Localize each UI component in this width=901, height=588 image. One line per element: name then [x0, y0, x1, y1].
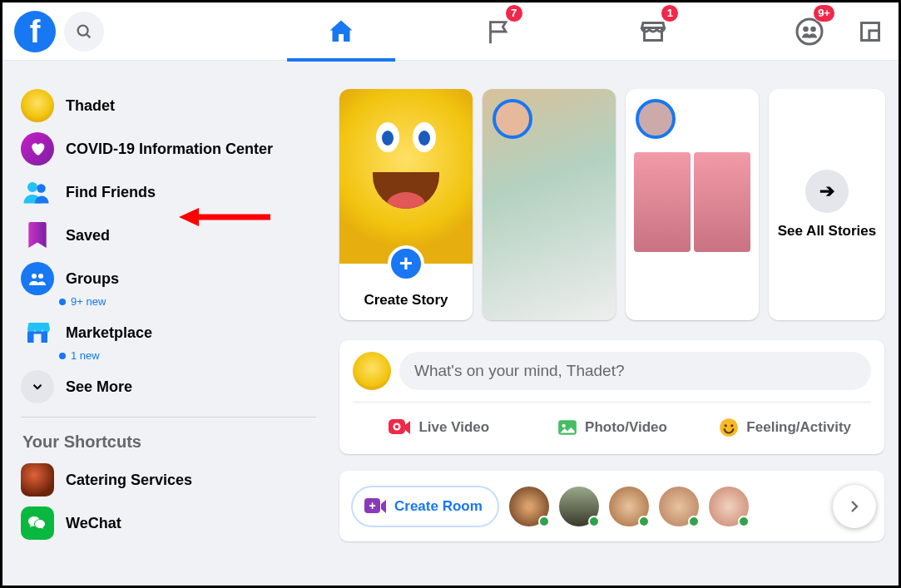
rooms-card: + Create Room: [339, 471, 884, 541]
chevron-down-icon: [21, 370, 54, 403]
live-label: Live Video: [418, 419, 489, 436]
contact-avatar[interactable]: [659, 487, 699, 526]
story-avatar: [636, 99, 676, 139]
sidebar-covid[interactable]: COVID-19 Information Center: [14, 127, 323, 170]
photo-video-button[interactable]: Photo/Video: [526, 409, 699, 446]
nav-home[interactable]: [319, 9, 364, 54]
smile-icon: [718, 417, 740, 438]
create-story-label: Create Story: [339, 292, 473, 309]
live-video-button[interactable]: Live Video: [353, 409, 526, 446]
svg-point-4: [803, 26, 809, 32]
see-all-label: See All Stories: [778, 223, 876, 240]
badge-marketplace: 1: [661, 4, 679, 22]
sidebar-profile[interactable]: Thadet: [14, 84, 323, 127]
badge-watch: 7: [505, 4, 523, 22]
contact-avatar[interactable]: [559, 487, 599, 526]
find-friends-label: Find Friends: [66, 184, 156, 201]
svg-line-1: [87, 34, 90, 37]
svg-point-5: [810, 26, 816, 32]
smiley-image: [339, 89, 473, 264]
svg-rect-7: [869, 30, 879, 40]
saved-label: Saved: [66, 227, 110, 245]
sidebar-find-friends[interactable]: Find Friends: [14, 170, 323, 214]
feeling-button[interactable]: Feeling/Activity: [698, 409, 871, 446]
svg-point-3: [797, 19, 822, 44]
photo-label: Photo/Video: [585, 419, 667, 436]
arrow-right-icon: ➔: [805, 170, 849, 213]
avatar: [21, 89, 54, 122]
groups-label: Groups: [66, 270, 119, 288]
heart-icon: [21, 132, 54, 166]
story-avatar: [493, 99, 532, 139]
svg-text:+: +: [369, 499, 375, 512]
create-room-label: Create Room: [394, 498, 483, 515]
svg-point-9: [37, 184, 46, 193]
contact-avatar[interactable]: [509, 487, 549, 526]
composer-card: What's on your mind, Thadet? Live Video …: [339, 340, 884, 454]
feeling-label: Feeling/Activity: [746, 419, 851, 436]
contact-avatar[interactable]: [709, 487, 749, 526]
svg-point-11: [38, 274, 43, 279]
shortcut-label: Catering Services: [66, 472, 192, 489]
video-plus-icon: +: [364, 497, 388, 516]
shortcut-icon: [21, 463, 54, 497]
wechat-icon: [21, 506, 54, 540]
nav-marketplace[interactable]: 1: [631, 9, 676, 54]
search-button[interactable]: [64, 12, 104, 52]
store-icon: [21, 316, 54, 349]
home-icon: [326, 17, 356, 47]
svg-point-8: [27, 182, 37, 192]
svg-point-0: [78, 25, 88, 35]
create-story[interactable]: + Create Story: [339, 89, 473, 320]
svg-point-16: [562, 424, 566, 427]
shortcut-wechat[interactable]: WeChat: [14, 502, 323, 545]
flag-icon: [483, 17, 512, 46]
avatar[interactable]: [353, 352, 391, 390]
sidebar-marketplace[interactable]: Marketplace: [14, 311, 323, 354]
shortcut-catering[interactable]: Catering Services: [14, 458, 323, 502]
svg-point-18: [725, 424, 727, 427]
svg-point-19: [731, 424, 734, 427]
sidebar-see-more[interactable]: See More: [14, 365, 323, 408]
stories-row: + Create Story ➔ See All Stories: [339, 89, 890, 320]
groups-icon: [21, 262, 54, 295]
profile-name: Thadet: [66, 97, 115, 115]
shortcut-label: WeChat: [66, 515, 121, 532]
sidebar: Thadet COVID-19 Information Center Find …: [2, 61, 331, 586]
story-card[interactable]: [626, 89, 759, 320]
grid-icon: [859, 20, 882, 43]
story-card[interactable]: [483, 89, 616, 320]
see-more-label: See More: [66, 378, 132, 396]
corner-icon[interactable]: [857, 18, 884, 45]
shortcuts-title: Your Shortcuts: [14, 426, 323, 458]
plus-icon: +: [388, 245, 424, 282]
sidebar-groups[interactable]: Groups: [14, 257, 323, 300]
nav-groups[interactable]: 9+: [787, 9, 832, 54]
contact-avatar[interactable]: [609, 487, 649, 526]
photo-icon: [557, 417, 578, 438]
see-all-stories[interactable]: ➔ See All Stories: [769, 89, 885, 320]
create-room-button[interactable]: + Create Room: [351, 486, 499, 527]
main-content: + Create Story ➔ See All Stories: [331, 61, 899, 586]
nav-watch[interactable]: 7: [475, 9, 520, 54]
bookmark-icon: [21, 219, 54, 252]
sidebar-saved[interactable]: Saved: [14, 214, 323, 257]
friends-icon: [21, 175, 54, 209]
video-icon: [389, 418, 412, 437]
top-nav: f 7 1 9+: [2, 2, 899, 61]
divider: [21, 417, 316, 418]
badge-groups: 9+: [813, 4, 835, 22]
svg-point-14: [395, 425, 399, 428]
marketplace-label: Marketplace: [66, 324, 152, 342]
search-icon: [75, 22, 93, 41]
facebook-logo[interactable]: f: [14, 11, 56, 52]
composer-input[interactable]: What's on your mind, Thadet?: [399, 352, 871, 390]
rooms-next-button[interactable]: [833, 485, 876, 528]
covid-label: COVID-19 Information Center: [66, 141, 273, 158]
svg-point-10: [32, 274, 37, 279]
chevron-right-icon: [847, 499, 862, 514]
